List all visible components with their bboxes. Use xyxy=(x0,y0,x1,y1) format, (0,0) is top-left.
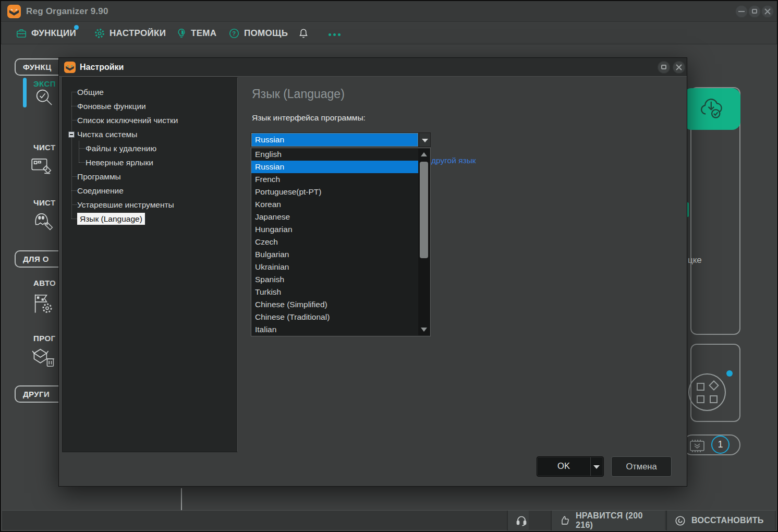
language-option-english[interactable]: English xyxy=(251,148,418,161)
dialog-close-button[interactable] xyxy=(673,61,685,74)
svg-text:?: ? xyxy=(232,30,236,37)
language-option-bulgarian[interactable]: Bulgarian xyxy=(251,248,418,261)
sidebar-item-express[interactable]: ЭКСП xyxy=(33,79,56,88)
language-option-hungarian[interactable]: Hungarian xyxy=(251,223,418,236)
like-button[interactable]: НРАВИТСЯ (200 216) xyxy=(551,511,665,530)
background-divider xyxy=(181,488,182,511)
language-combobox-arrow[interactable] xyxy=(419,132,431,147)
briefcase-icon xyxy=(16,28,27,39)
chip-chevron-icon xyxy=(688,439,706,453)
tree-stub xyxy=(71,106,77,106)
language-option-italian[interactable]: Italian xyxy=(251,323,418,336)
bulb-icon xyxy=(176,28,187,39)
dropdown-scrollbar[interactable] xyxy=(418,149,430,335)
scrollbar-thumb[interactable] xyxy=(420,162,428,258)
apps-grid-icon xyxy=(697,383,704,391)
monitor-broom-icon[interactable] xyxy=(30,155,55,177)
language-option-spanish[interactable]: Spanish xyxy=(251,273,418,286)
window-title: Reg Organizer 9.90 xyxy=(26,6,108,17)
maximize-button[interactable] xyxy=(748,5,761,18)
tree-item-language[interactable]: Язык (Language) xyxy=(63,212,236,226)
ok-button-separator xyxy=(590,457,591,476)
language-option-russian-selected[interactable]: Russian xyxy=(251,161,418,173)
menu-functions[interactable]: ФУНКЦИИ xyxy=(16,22,76,44)
ghost-broom-icon[interactable] xyxy=(31,210,56,233)
menu-theme[interactable]: ТЕМА xyxy=(176,22,216,44)
tree-item-legacy-tools[interactable]: Устаревшие инструменты xyxy=(63,198,236,212)
tree-item-label: Неверные ярлыки xyxy=(86,158,153,167)
tree-item-label: Общие xyxy=(77,88,104,96)
language-option-chinese-traditional[interactable]: Chinese (Traditional) xyxy=(251,311,418,323)
dialog-maximize-button[interactable] xyxy=(658,61,670,74)
menu-functions-label: ФУНКЦИИ xyxy=(31,28,76,39)
tree-collapse-toggle[interactable] xyxy=(68,131,75,138)
scroll-up-icon[interactable] xyxy=(421,152,427,156)
language-option-ukrainian[interactable]: Ukrainian xyxy=(251,261,418,273)
sidebar-item-uninstall[interactable]: ПРОГ xyxy=(33,334,55,343)
sidebar-item-autorun[interactable]: АВТО xyxy=(33,279,56,287)
menu-help[interactable]: ? ПОМОЩЬ xyxy=(228,22,288,44)
language-option-turkish[interactable]: Turkish xyxy=(251,286,418,298)
ellipsis-icon xyxy=(329,28,343,39)
ok-button[interactable]: OK xyxy=(537,456,604,477)
tree-item-invalid-shortcuts[interactable]: Неверные ярлыки xyxy=(63,155,236,170)
memory-counter-badge: 1 xyxy=(711,436,730,454)
tree-item-background-functions[interactable]: Фоновые функции xyxy=(63,99,236,113)
tree-item-label: Устаревшие инструменты xyxy=(77,200,174,209)
sidebar-item-clean-system-label: ЧИСТ xyxy=(33,143,56,152)
bell-icon xyxy=(298,27,309,40)
apps-grid-button[interactable] xyxy=(688,373,726,411)
translate-link[interactable]: другой язык xyxy=(431,156,476,165)
tree-item-general[interactable]: Общие xyxy=(63,85,236,99)
box-trash-icon[interactable] xyxy=(31,345,57,370)
sidebar-item-clean-privacy-label: ЧИСТ xyxy=(33,198,56,207)
menu-settings-label: НАСТРОЙКИ xyxy=(110,28,166,39)
active-item-indicator xyxy=(23,78,27,107)
cancel-button[interactable]: Отмена xyxy=(611,456,672,477)
language-option-japanese[interactable]: Japanese xyxy=(251,211,418,223)
tree-item-system-cleanup[interactable]: Чистка системы xyxy=(63,127,236,141)
menu-theme-label: ТЕМА xyxy=(191,28,216,39)
more-menu-button[interactable] xyxy=(329,22,343,44)
tree-item-cleanup-exclusions[interactable]: Список исключений чистки xyxy=(63,113,236,127)
restore-button[interactable]: ВОССТАНОВИТЬ xyxy=(666,511,775,530)
magnifier-check-icon[interactable] xyxy=(33,88,56,108)
gear-icon xyxy=(94,28,105,39)
language-dropdown-list: English Russian French Portuguese(pt-PT)… xyxy=(251,148,431,336)
language-option-french[interactable]: French xyxy=(251,173,418,186)
support-button[interactable] xyxy=(507,511,529,530)
tree-stub xyxy=(71,176,77,177)
tree-item-files-to-delete[interactable]: Файлы к удалению xyxy=(63,141,236,155)
flag-gear-icon[interactable] xyxy=(31,291,56,315)
close-button[interactable] xyxy=(761,5,774,18)
tree-stub xyxy=(79,148,85,149)
menu-bar: ФУНКЦИИ НАСТРОЙКИ ТЕМА ? ПОМОЩЬ xyxy=(1,22,777,44)
minimize-button[interactable] xyxy=(735,5,748,18)
language-combobox[interactable]: Russian xyxy=(251,132,419,147)
notifications-button[interactable] xyxy=(298,22,309,44)
language-option-czech[interactable]: Czech xyxy=(251,236,418,248)
language-option-chinese-simplified[interactable]: Chinese (Simplified) xyxy=(251,298,418,311)
page-title: Язык (Language) xyxy=(252,87,345,101)
sidebar-item-clean-privacy[interactable]: ЧИСТ xyxy=(33,198,56,207)
sidebar-item-clean-system[interactable]: ЧИСТ xyxy=(33,143,56,152)
scroll-down-icon[interactable] xyxy=(421,328,427,332)
apps-grid-icon-sq3 xyxy=(710,395,718,403)
tree-stub xyxy=(79,162,85,163)
app-window: Reg Organizer 9.90 ФУНКЦИИ НАСТРОЙКИ xyxy=(0,0,778,532)
app-logo-icon xyxy=(7,5,21,18)
ok-dropdown-icon[interactable] xyxy=(593,465,600,469)
apps-grid-icon-diamond xyxy=(709,380,719,391)
functions-badge xyxy=(74,25,79,30)
thumbs-up-icon xyxy=(559,515,570,526)
help-circle-icon: ? xyxy=(228,28,240,39)
update-download-button[interactable] xyxy=(683,88,740,130)
ok-button-label: OK xyxy=(537,461,590,471)
tree-item-programs[interactable]: Программы xyxy=(63,170,236,184)
language-option-korean[interactable]: Korean xyxy=(251,198,418,211)
menu-settings[interactable]: НАСТРОЙКИ xyxy=(94,22,166,44)
tree-item-connection[interactable]: Соединение xyxy=(63,184,236,198)
language-option-portuguese[interactable]: Portuguese(pt-PT) xyxy=(251,186,418,198)
tree-item-label: Чистка системы xyxy=(77,130,137,139)
restore-circle-icon xyxy=(674,515,686,527)
